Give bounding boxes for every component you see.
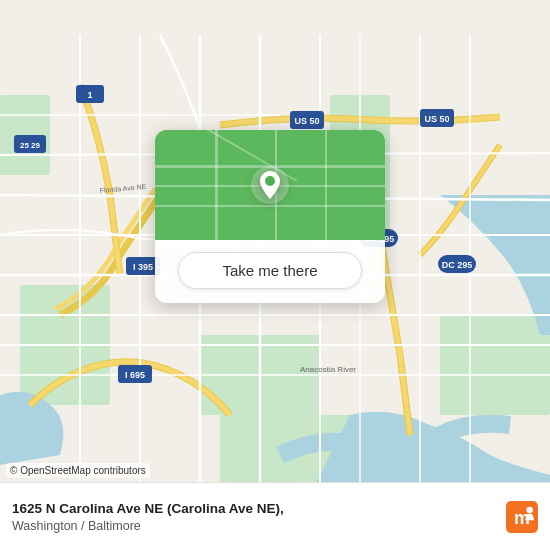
moovit-logo-svg: m	[506, 501, 538, 533]
address-line2: Washington / Baltimore	[12, 519, 506, 533]
svg-text:US 50: US 50	[424, 114, 449, 124]
location-card: Take me there	[155, 130, 385, 303]
location-pin-icon	[251, 166, 289, 204]
osm-credit-text: © OpenStreetMap contributors	[10, 465, 146, 476]
svg-text:US 50: US 50	[294, 116, 319, 126]
svg-text:Anacostia River: Anacostia River	[300, 365, 356, 374]
mini-road	[155, 205, 385, 207]
svg-text:I 695: I 695	[125, 370, 145, 380]
mini-road	[325, 130, 327, 240]
svg-rect-5	[440, 315, 550, 415]
address-line1: 1625 N Carolina Ave NE (Carolina Ave NE)…	[12, 500, 506, 519]
svg-text:25 29: 25 29	[20, 141, 41, 150]
take-me-there-button[interactable]: Take me there	[178, 252, 362, 289]
map-container: 1 25 29 US 50 US 50 DC 295 DC 295 I 395 …	[0, 0, 550, 550]
osm-credit: © OpenStreetMap contributors	[6, 463, 150, 478]
moovit-logo: m	[506, 501, 538, 533]
address-block: 1625 N Carolina Ave NE (Carolina Ave NE)…	[12, 500, 506, 533]
svg-text:DC 295: DC 295	[442, 260, 473, 270]
mini-road	[215, 130, 218, 240]
svg-point-46	[526, 506, 532, 512]
card-map-thumbnail	[155, 130, 385, 240]
svg-point-43	[265, 176, 275, 186]
svg-text:1: 1	[87, 90, 92, 100]
svg-text:I 395: I 395	[133, 262, 153, 272]
bottom-bar: 1625 N Carolina Ave NE (Carolina Ave NE)…	[0, 482, 550, 550]
